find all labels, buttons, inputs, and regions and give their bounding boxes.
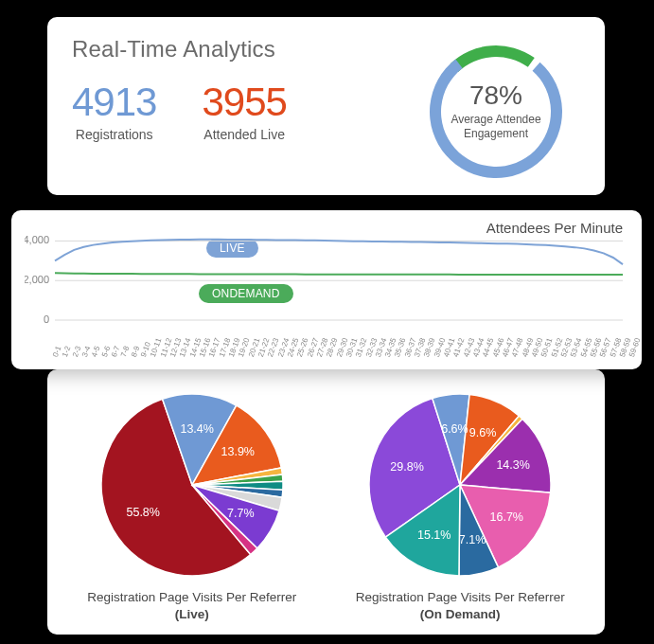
- attendees-per-minute-card: Attendees Per Minute LIVE ONDEMAND 02,00…: [11, 210, 642, 369]
- referrer-pies-card: Registration Page Visits Per Referrer (L…: [47, 369, 605, 635]
- pie-slice-label: 13.4%: [180, 422, 213, 436]
- x-axis-labels: 0-11-22-33-44-55-66-77-88-99-1010-1111-1…: [51, 355, 628, 364]
- line-chart: 02,0004,000: [25, 227, 628, 341]
- pie-slice-label: 7.1%: [459, 533, 486, 546]
- pie-slice-label: 14.3%: [496, 458, 529, 472]
- pie-slice-label: 15.1%: [417, 528, 451, 542]
- engagement-donut: 78% Average Attendee Engagement: [415, 36, 576, 186]
- realtime-analytics-card: Real-Time Analytics 4913 Registrations 3…: [47, 17, 605, 195]
- pie-live: Registration Page Visits Per Referrer (L…: [64, 390, 320, 621]
- svg-text:4,000: 4,000: [25, 234, 49, 245]
- stats-row: 4913 Registrations 3955 Attended Live: [72, 80, 415, 142]
- caption-line1: Registration Page Visits Per Referrer: [356, 590, 565, 604]
- stat-label: Attended Live: [202, 127, 286, 142]
- pie-slice-label: 16.7%: [490, 510, 523, 524]
- stat-value: 4913: [72, 80, 156, 125]
- pie-caption: Registration Page Visits Per Referrer (O…: [333, 589, 589, 623]
- stat-label: Registrations: [72, 127, 156, 142]
- stat-attended-live: 3955 Attended Live: [202, 80, 286, 142]
- pie-slice-label: 7.7%: [227, 507, 255, 520]
- caption-line2: (On Demand): [420, 607, 501, 621]
- pie-chart-ondemand: [365, 390, 555, 580]
- card-title: Real-Time Analytics: [72, 36, 415, 63]
- svg-text:2,000: 2,000: [25, 274, 49, 285]
- svg-text:0: 0: [44, 313, 49, 325]
- donut-sublabel: Average Attendee Engagement: [433, 113, 559, 141]
- pie-caption: Registration Page Visits Per Referrer (L…: [64, 589, 320, 623]
- stats-block: Real-Time Analytics 4913 Registrations 3…: [72, 36, 415, 186]
- pie-ondemand: Registration Page Visits Per Referrer (O…: [333, 390, 589, 621]
- stat-registrations: 4913 Registrations: [72, 80, 156, 142]
- donut-percent: 78%: [469, 80, 522, 111]
- pie-slice-label: 29.8%: [390, 460, 423, 474]
- pie-slice-label: 55.8%: [126, 506, 159, 519]
- caption-line2: (Live): [175, 607, 209, 621]
- stat-value: 3955: [202, 80, 286, 125]
- donut-center: 78% Average Attendee Engagement: [415, 36, 576, 186]
- pie-slice-label: 13.9%: [221, 445, 255, 458]
- pie-slice-label: 6.6%: [441, 422, 468, 436]
- caption-line1: Registration Page Visits Per Referrer: [87, 590, 296, 604]
- pie-chart-live: [97, 390, 287, 580]
- pie-slice-label: 9.6%: [469, 426, 497, 439]
